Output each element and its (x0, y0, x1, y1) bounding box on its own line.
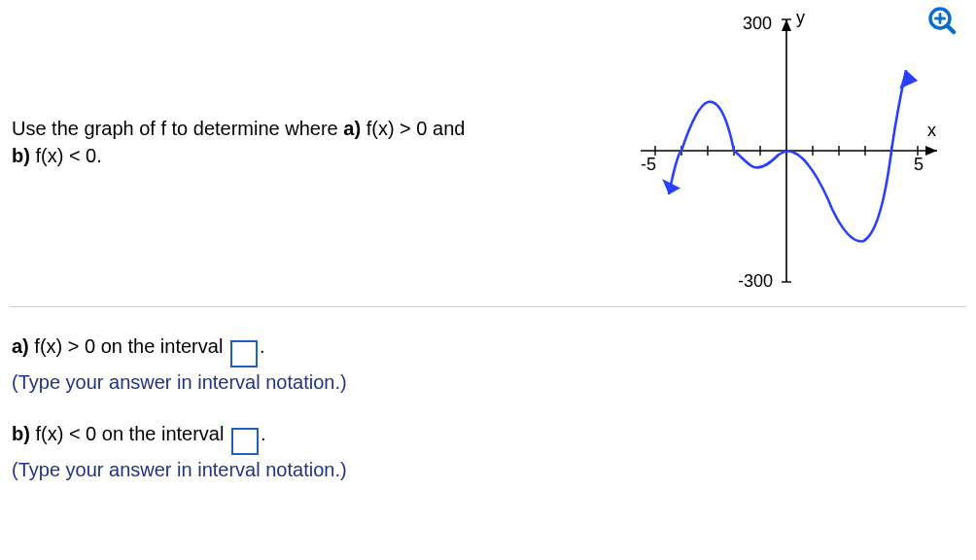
answer-a-hint: (Type your answer in interval notation.) (12, 368, 976, 398)
prompt-line1-prefix: Use the graph of f to determine where (12, 118, 343, 139)
answer-b-after: . (261, 423, 266, 444)
curve (669, 70, 906, 241)
section-divider (10, 306, 966, 307)
function-graph: y x 300 -300 -5 5 (626, 0, 947, 292)
answer-b-hint: (Type your answer in interval notation.) (12, 455, 976, 485)
x-max-label: 5 (914, 155, 924, 174)
answer-b-before: f(x) < 0 on the interval (30, 423, 229, 444)
answer-b-input[interactable] (231, 428, 259, 455)
answer-a-bold: a) (12, 335, 29, 357)
svg-marker-7 (782, 19, 791, 31)
answer-a-input[interactable] (230, 340, 258, 368)
zoom-in-icon[interactable] (927, 6, 957, 35)
svg-marker-6 (925, 146, 937, 156)
prompt-bold-a: a) (343, 118, 361, 139)
y-max-label: 300 (743, 14, 772, 33)
prompt-bold-b: b) (12, 145, 30, 166)
curve-right-arrow (896, 68, 919, 88)
answer-b-bold: b) (12, 423, 30, 444)
question-prompt: Use the graph of f to determine where a)… (0, 0, 626, 169)
answer-part-b: b) f(x) < 0 on the interval . (Type your… (12, 419, 976, 485)
y-min-label: -300 (738, 271, 773, 291)
x-axis-label: x (927, 121, 936, 140)
prompt-line2-rest: f(x) < 0. (30, 145, 102, 166)
graph-panel: y x 300 -300 -5 5 (626, 0, 976, 292)
x-min-label: -5 (641, 155, 656, 174)
y-axis-label: y (796, 8, 805, 27)
answer-a-before: f(x) > 0 on the interval (29, 335, 228, 357)
prompt-line1-mid: f(x) > 0 and (361, 118, 465, 139)
answer-part-a: a) f(x) > 0 on the interval . (Type your… (12, 332, 976, 398)
answer-a-after: . (260, 335, 265, 357)
svg-line-1 (948, 26, 955, 33)
